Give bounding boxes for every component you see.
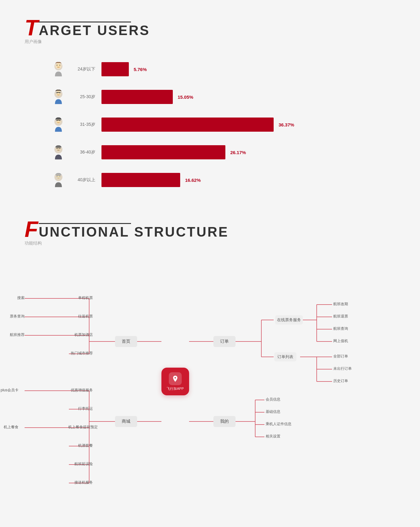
page: T ARGET USERS 用户画像 24岁以下5.76%	[0, 0, 420, 527]
svg-point-32	[56, 175, 57, 176]
title-rest-text: ARGET USERS	[39, 23, 150, 39]
mindmap-level2-label: 票务查询	[0, 314, 25, 319]
bar-fill	[101, 145, 225, 159]
mindmap-wrapper: 飞行加APP 首页商城订单我的单程机票往返机票机票加酒店热门城市推荐搜索票务查询…	[25, 262, 395, 517]
bar-container: 26.17%	[101, 145, 311, 159]
mindmap-node: 订单列表	[274, 352, 296, 361]
mindmap-node: 订单	[213, 336, 236, 347]
bar-value-label: 15.05%	[178, 94, 193, 100]
svg-point-2	[56, 63, 61, 69]
bar-fill	[101, 173, 180, 187]
bar-row: 31-35岁36.37%	[49, 115, 395, 134]
avatar	[49, 143, 68, 162]
functional-subtitle: 功能结构	[25, 241, 395, 246]
mindmap-level2-label: 热门城市推荐	[68, 351, 93, 356]
functional-section: F UNCTIONAL STRUCTURE 功能结构 飞行加APP 首页商城订单…	[25, 220, 395, 517]
bar-row: 24岁以下5.76%	[49, 60, 395, 78]
bar-row: 25-30岁15.05%	[49, 88, 395, 106]
mindmap-level2-label: 航班推荐	[0, 332, 25, 337]
mindmap-level2-label: 会员信息	[266, 397, 280, 402]
target-users-title: T ARGET USERS	[25, 18, 395, 37]
func-title-big-letter: F	[25, 220, 38, 239]
mindmap-level2-label: 机上餐食	[0, 425, 18, 430]
age-label: 31-35岁	[74, 122, 95, 127]
title-underline	[39, 22, 131, 22]
avatar	[49, 115, 68, 134]
mindmap-level2-label: 接送机服务	[68, 480, 93, 485]
age-label: 25-30岁	[74, 94, 95, 100]
app-icon: 飞行加APP	[167, 372, 184, 391]
mindmap-level2-label: plus会员卡	[0, 388, 18, 393]
svg-point-18	[60, 120, 61, 121]
mindmap-node: 商城	[115, 416, 137, 427]
title-big-letter: T	[25, 18, 38, 37]
bar-fill	[101, 90, 173, 104]
bar-value-label: 26.17%	[230, 150, 246, 155]
bar-container: 16.62%	[101, 173, 311, 187]
avatar	[49, 88, 68, 106]
svg-point-11	[60, 92, 61, 93]
svg-point-33	[60, 175, 61, 176]
mindmap-level2-label: 航班改期	[333, 301, 348, 307]
mindmap-level2-label: 往返机票	[68, 314, 93, 319]
target-users-subtitle: 用户画像	[25, 39, 395, 45]
bar-fill	[101, 118, 274, 132]
mindmap-level2-label: 机酒套餐	[68, 443, 93, 448]
mindmap-level2-label: 单程机票	[68, 295, 93, 301]
mindmap-level2-label: 机票加酒店	[68, 332, 93, 337]
mindmap-level2-label: 相关设置	[266, 434, 280, 439]
mindmap-level2-label: 搜索	[0, 295, 25, 301]
bar-fill	[101, 62, 129, 76]
mindmap-level2-label: 未出行订单	[333, 366, 352, 371]
mindmap-level2-label: 全部订单	[333, 354, 348, 359]
mindmap-level2-label: 航班查询	[333, 326, 348, 331]
mindmap-level2-label: 机上餐食提前预定	[68, 425, 93, 430]
svg-point-6	[56, 91, 61, 96]
mindmap-level2-label: 航班退票	[333, 314, 348, 319]
bar-container: 36.37%	[101, 118, 311, 132]
svg-point-4	[59, 65, 60, 66]
svg-point-17	[56, 120, 57, 121]
mindmap-level2-label: 行李托运	[68, 406, 93, 411]
svg-rect-26	[57, 150, 60, 150]
avatar	[49, 60, 68, 78]
svg-point-10	[56, 92, 57, 93]
mindmap-level2-label: 航班延误险	[68, 461, 93, 467]
func-title-underline	[39, 223, 131, 224]
bar-value-label: 16.62%	[185, 178, 201, 183]
mindmap-node: 在线票务服务	[275, 315, 303, 325]
target-users-section: T ARGET USERS 用户画像 24岁以下5.76%	[25, 18, 395, 189]
svg-point-25	[60, 147, 61, 148]
bar-value-label: 5.76%	[134, 67, 147, 72]
mindmap-node: 飞行加APP	[161, 368, 189, 395]
mindmap-level2-label: 乘机人证件信息	[266, 421, 291, 427]
bar-chart: 24岁以下5.76% 25-30岁15.05% 31-35岁36.37%	[25, 60, 395, 189]
bar-value-label: 36.37%	[279, 122, 294, 127]
svg-point-3	[57, 65, 57, 66]
bar-row: 40岁以上16.62%	[49, 171, 395, 189]
mindmap-level2-label: 历史订单	[333, 378, 348, 384]
functional-title: F UNCTIONAL STRUCTURE	[25, 220, 395, 239]
mindmap-node: 我的	[213, 416, 236, 427]
avatar	[49, 171, 68, 189]
age-label: 24岁以下	[74, 66, 95, 72]
age-label: 36-40岁	[74, 150, 95, 155]
mindmap-level2-label: 优惠增值服务	[68, 388, 93, 393]
mindmap-level2-label: 基础信息	[266, 409, 280, 414]
func-title-rest: UNCTIONAL STRUCTURE	[39, 224, 229, 241]
mindmap-level2-label: 网上值机	[333, 338, 348, 344]
age-label: 40岁以上	[74, 177, 95, 183]
mindmap-node: 首页	[115, 336, 137, 347]
bar-row: 36-40岁26.17%	[49, 143, 395, 162]
svg-point-24	[56, 147, 57, 148]
bar-container: 15.05%	[101, 90, 311, 104]
bar-container: 5.76%	[101, 62, 311, 76]
